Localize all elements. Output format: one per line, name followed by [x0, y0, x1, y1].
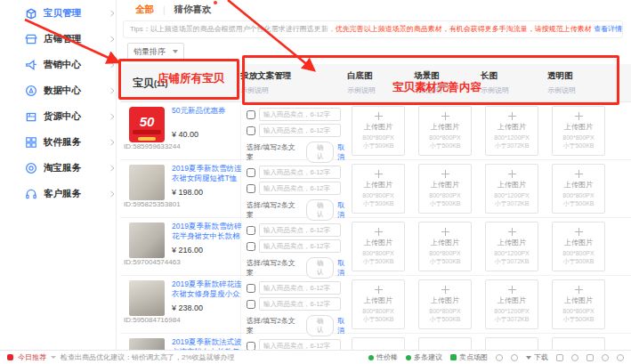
copy-checkbox[interactable]	[247, 184, 255, 193]
footer-promo[interactable]: 今日推荐 检查出商品优化建议：销价调太高了，2%收益就够办理	[7, 352, 235, 362]
upload-white-bg-cell[interactable]: 上传图片800*800PX小于500KB	[352, 106, 405, 156]
upload-transparent-cell[interactable]: 上传图片800*800PX小于500KB	[552, 279, 605, 329]
upload-white-bg-cell[interactable]: 上传图片800*800PX小于500KB	[352, 164, 405, 214]
upload-long-cell[interactable]: 上传图片800*1200PX小于3072KB	[485, 164, 538, 214]
sidebar-item-software-services[interactable]: 软件服务	[25, 129, 116, 155]
upload-transparent-cell[interactable]: 上传图片800*800PX小于500KB	[552, 164, 605, 214]
product-id: ID:595825353801	[124, 200, 181, 208]
footer-item-scene[interactable]: 卖点场图	[450, 352, 488, 362]
status-icon[interactable]	[617, 354, 624, 361]
tips-banner: Tips：以上频道场景的商品会根据用户个性化需求进行圈选更新，优先完善以上频道场…	[123, 20, 623, 38]
column-header-scene-image: 场景图 示例说明	[414, 70, 442, 95]
example-link[interactable]: 示例说明	[414, 85, 442, 95]
copywriting-cell: 选择/填写2条文案 确认 取消	[247, 218, 346, 275]
sort-dropdown[interactable]: 销量排序	[127, 43, 184, 61]
panel-icon[interactable]	[587, 354, 594, 361]
selling-point-input[interactable]	[259, 223, 341, 237]
selling-point-input[interactable]	[259, 281, 341, 295]
footer-item-quality[interactable]: 性价棒	[368, 352, 398, 362]
copy-checkbox[interactable]	[247, 284, 255, 293]
upload-scene-cell[interactable]: 上传图片800*800PX小于500KB	[418, 106, 472, 156]
table-row: 2019夏季新款雪纺碎花半身裙女中长款棉麻白 ¥ 216.00 ID:59700…	[120, 218, 631, 276]
plus-icon	[508, 286, 516, 294]
upload-long-cell[interactable]: 上传图片800*1200PX小于3072KB	[485, 222, 538, 271]
copy-checkbox[interactable]	[247, 110, 255, 119]
footer-tools: 性价棒 多条建议 卖点场图 下载	[368, 352, 624, 362]
plus-icon	[508, 228, 516, 236]
selling-point-input[interactable]	[259, 182, 341, 195]
upload-scene-cell[interactable]: 上传图片800*800PX小于500KB	[418, 222, 472, 271]
chevron-right-icon	[109, 190, 116, 198]
table-row: 2019夏季新款碎花连衣裙女修身显瘦小众网红 ¥ 238.00 ID:59508…	[120, 276, 631, 334]
selling-point-input[interactable]	[259, 297, 341, 311]
upload-white-bg-cell[interactable]: 上传图片800*800PX小于500KB	[352, 279, 405, 329]
footer-item-download[interactable]: 下载	[526, 352, 548, 362]
tips-detail-link[interactable]: 查看详情>	[594, 25, 623, 33]
sidebar-item-marketing-center[interactable]: 营销中心	[25, 52, 116, 77]
upload-transparent-cell[interactable]: 上传图片800*800PX小于500KB	[552, 222, 605, 271]
product-title-link[interactable]: 2019夏季新款雪纺碎花半身裙女中长款棉麻白	[172, 222, 243, 242]
sidebar-item-customer-services[interactable]: 客户服务	[25, 181, 116, 206]
table-row: 2019夏季新款雪纺连衣裙女阔腿短裤T恤中长款 ¥ 198.00 ID:5958…	[120, 160, 631, 218]
copy-checkbox[interactable]	[247, 242, 255, 251]
chevron-right-icon	[109, 10, 116, 17]
selling-point-input[interactable]	[259, 166, 341, 179]
product-price: ¥ 238.00	[172, 303, 203, 312]
product-image	[129, 165, 165, 200]
sidebar-item-supply-center[interactable]: 货源中心	[25, 103, 116, 129]
example-link[interactable]: 示例说明	[347, 85, 376, 95]
grid-icon	[25, 136, 37, 149]
copy-checkbox[interactable]	[247, 168, 255, 177]
copy-checkbox[interactable]	[247, 226, 255, 235]
sidebar-item-label: 淘宝服务	[44, 162, 109, 174]
example-link[interactable]: 示例说明	[547, 85, 576, 95]
refresh-icon[interactable]	[602, 354, 609, 361]
plus-icon	[441, 112, 449, 120]
product-title-link[interactable]: 50元新品优惠券	[172, 106, 243, 116]
settings-icon[interactable]	[571, 354, 578, 361]
copywriting-cell: 选择/填写2条文案 确认 取消	[247, 160, 346, 217]
column-header-copywriting: 投放文案管理 示例说明	[240, 70, 291, 95]
sidebar-item-item-management[interactable]: 宝贝管理	[25, 0, 116, 26]
copy-checkbox[interactable]	[247, 342, 255, 351]
copy-checkbox[interactable]	[247, 126, 255, 135]
table-header: 宝贝(11) 投放文案管理 示例说明 白底图 示例说明 场景图 示例说明 长图 …	[120, 64, 631, 102]
tab-guess-you-like[interactable]: 猜你喜欢	[174, 4, 212, 16]
tab-all[interactable]: 全部	[135, 4, 154, 16]
sidebar-item-label: 软件服务	[44, 136, 109, 149]
upload-white-bg-cell[interactable]: 上传图片800*800PX小于500KB	[352, 222, 405, 271]
product-title-link[interactable]: 2019夏季新款碎花连衣裙女修身显瘦小众网红	[172, 279, 243, 300]
sidebar-divider	[116, 0, 117, 350]
upload-transparent-cell[interactable]: 上传图片800*800PX小于500KB	[552, 106, 605, 156]
window-icon[interactable]	[556, 354, 563, 361]
cancel-link[interactable]: 取消	[337, 142, 352, 162]
sidebar-item-taobao-services[interactable]: 淘宝服务	[25, 155, 116, 181]
sidebar-item-label: 宝贝管理	[44, 7, 109, 20]
selling-point-input[interactable]	[259, 239, 341, 253]
badge-icon[interactable]	[496, 354, 503, 361]
cancel-link[interactable]: 取消	[337, 200, 352, 220]
product-title-link[interactable]: 2019夏季新款雪纺连衣裙女阔腿短裤T恤中长款	[172, 164, 243, 184]
cancel-link[interactable]: 取消	[337, 316, 352, 336]
plus-icon	[575, 228, 583, 236]
example-link[interactable]: 示例说明	[240, 85, 291, 95]
help-icon[interactable]	[511, 354, 518, 361]
copy-checkbox[interactable]	[247, 300, 255, 309]
sidebar-item-shop-management[interactable]: 店铺管理	[25, 26, 116, 52]
upload-scene-cell[interactable]: 上传图片800*800PX小于500KB	[418, 164, 472, 214]
sidebar-item-data-center[interactable]: 数据中心	[25, 77, 116, 103]
selling-point-input[interactable]	[259, 124, 341, 137]
example-link[interactable]: 示例说明	[481, 85, 509, 95]
upload-long-cell[interactable]: 上传图片800*1200PX小于3072KB	[485, 279, 538, 329]
upload-long-cell[interactable]: 上传图片800*1200PX小于3072KB	[485, 106, 538, 156]
footer-item-suggestions[interactable]: 多条建议	[406, 352, 442, 362]
chevron-right-icon	[109, 61, 116, 69]
selling-point-input[interactable]	[259, 108, 341, 121]
product-id: ID:595084716984	[124, 316, 181, 324]
cancel-link[interactable]: 取消	[337, 258, 352, 278]
chevron-right-icon	[109, 36, 116, 43]
footer-bar: 今日推荐 检查出商品优化建议：销价调太高了，2%收益就够办理 性价棒 多条建议 …	[0, 350, 631, 364]
upload-scene-cell[interactable]: 上传图片800*800PX小于500KB	[418, 279, 472, 329]
column-header-white-bg-image: 白底图 示例说明	[347, 70, 376, 95]
sidebar-item-label: 数据中心	[44, 85, 109, 97]
